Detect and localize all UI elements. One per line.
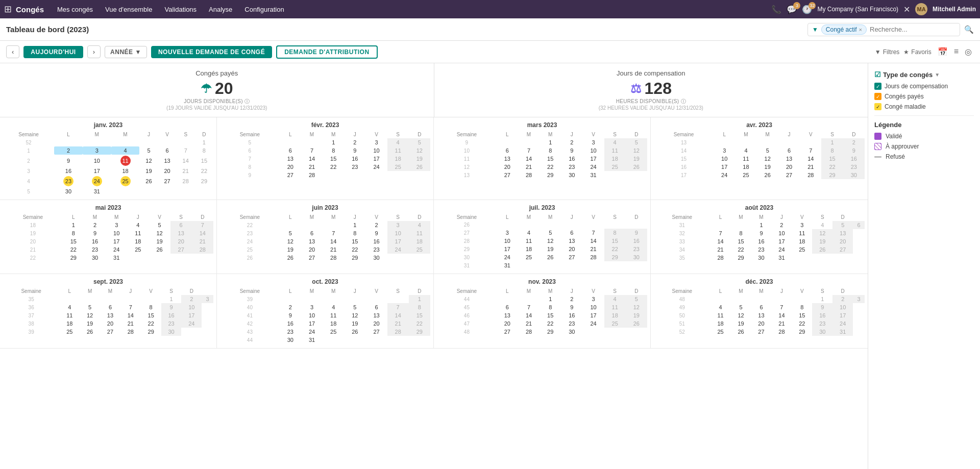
calendar-day[interactable]: 2 [181,295,202,303]
calendar-day[interactable]: 19 [80,319,100,328]
calendar-day[interactable]: 13 [778,155,800,163]
calendar-day[interactable]: 9 [812,303,832,311]
type-sick-leave[interactable]: ✓ Congé maladie [874,103,974,110]
calendar-day[interactable]: 22 [540,163,561,171]
calendar-day[interactable]: 10 [365,146,387,155]
calendar-day[interactable]: 22 [792,319,812,328]
calendar-day[interactable]: 6 [778,146,800,155]
calendar-day[interactable]: 17 [181,311,202,319]
calendar-day[interactable]: 24 [497,253,518,261]
calendar-day[interactable]: 5 [731,303,751,311]
calendar-day[interactable]: 30 [843,171,865,179]
calendar-day[interactable]: 22 [323,163,344,171]
calendar-day[interactable]: 19 [812,237,832,245]
calendar-day[interactable]: 23 [561,319,582,328]
calendar-day[interactable]: 14 [771,311,792,319]
calendar-day[interactable]: 18 [604,311,626,319]
calendar-day[interactable]: 13 [497,155,518,163]
calendar-day[interactable]: 24 [771,245,792,254]
nav-mes-conges[interactable]: Mes congés [52,4,98,15]
calendar-day[interactable]: 26 [344,328,365,336]
calendar-day[interactable]: 10 [106,229,127,237]
calendar-day[interactable]: 9 [161,303,182,311]
calendar-day[interactable]: 30 [84,254,106,262]
calendar-day[interactable]: 31 [83,187,111,195]
calendar-day[interactable]: 2 [84,221,106,229]
calendar-day[interactable]: 28 [177,175,195,187]
calendar-day[interactable]: 25 [111,175,140,187]
calendar-day[interactable]: 12 [139,155,158,167]
calendar-day[interactable]: 5 [832,221,853,229]
calendar-day[interactable]: 11 [604,303,626,311]
calendar-day[interactable]: 15 [540,155,561,163]
next-button[interactable]: › [87,45,101,58]
calendar-day[interactable]: 5 [540,229,561,237]
calendar-day[interactable]: 2 [561,138,582,146]
calendar-day[interactable]: 3 [853,295,865,303]
calendar-day[interactable]: 4 [387,138,409,146]
calendar-day[interactable]: 4 [604,138,626,146]
calendar-day[interactable]: 6 [170,221,192,229]
calendar-day[interactable]: 20 [100,319,120,328]
calendar-day[interactable]: 18 [792,237,812,245]
calendar-day[interactable]: 9 [843,146,865,155]
app-name[interactable]: Congés [16,5,44,14]
calendar-day[interactable]: 10 [714,155,735,163]
calendar-day[interactable]: 1 [161,295,182,303]
calendar-day[interactable]: 13 [365,311,387,319]
calendar-day[interactable]: 3 [582,295,604,303]
calendar-day[interactable]: 30 [161,328,182,336]
calendar-day[interactable]: 22 [604,245,626,253]
calendar-day[interactable]: 22 [821,163,843,171]
calendar-day[interactable]: 14 [120,311,141,319]
nav-analyse[interactable]: Analyse [204,4,237,15]
calendar-day[interactable]: 24 [106,245,127,254]
calendar-day[interactable]: 18 [59,319,80,328]
calendar-day[interactable]: 27 [170,245,192,254]
calendar-day[interactable]: 26 [280,254,301,262]
calendar-day[interactable]: 25 [387,163,409,171]
calendar-day[interactable]: 27 [497,328,518,336]
calendar-day[interactable]: 4 [518,229,540,237]
calendar-day[interactable]: 21 [518,319,540,328]
calendar-day[interactable]: 14 [518,155,540,163]
calendar-day[interactable]: 27 [100,328,120,336]
calendar-day[interactable]: 7 [518,303,540,311]
calendar-day[interactable]: 13 [100,311,120,319]
calendar-day[interactable]: 17 [365,155,387,163]
calendar-day[interactable]: 22 [540,319,561,328]
calendar-day[interactable]: 22 [63,245,84,254]
calendar-day[interactable]: 11 [518,237,540,245]
calendar-day[interactable]: 20 [280,163,301,171]
calendar-day[interactable]: 1 [409,295,430,303]
calendar-day[interactable]: 31 [106,254,127,262]
calendar-day[interactable]: 12 [409,146,430,155]
calendar-day[interactable]: 31 [832,328,853,336]
nav-validations[interactable]: Validations [159,4,202,15]
calendar-day[interactable]: 24 [301,328,323,336]
calendar-day[interactable]: 22 [344,245,365,254]
calendar-day[interactable]: 19 [280,245,301,254]
calendar-day[interactable]: 12 [344,311,365,319]
calendar-day[interactable]: 6 [301,229,323,237]
calendar-day[interactable]: 6 [158,146,177,155]
calendar-day[interactable]: 9 [751,229,772,237]
calendar-day[interactable]: 26 [540,253,561,261]
calendar-day[interactable]: 13 [751,311,772,319]
calendar-day[interactable]: 29 [195,175,213,187]
calendar-day[interactable]: 2 [843,138,865,146]
calendar-day[interactable]: 27 [158,175,177,187]
type-compensation[interactable]: ✓ Jours de compensation [874,83,974,90]
calendar-day[interactable]: 27 [832,245,853,254]
calendar-day[interactable]: 6 [561,229,582,237]
calendar-day[interactable]: 8 [323,146,344,155]
calendar-day[interactable]: 27 [280,171,301,179]
calendar-day[interactable]: 21 [177,167,195,175]
calendar-day[interactable]: 7 [582,229,604,237]
calendar-day[interactable]: 31 [301,336,323,344]
calendar-day[interactable]: 23 [54,175,83,187]
nav-configuration[interactable]: Configuration [239,4,289,15]
calendar-day[interactable]: 25 [604,319,626,328]
calendar-day[interactable]: 17 [106,237,127,245]
calendar-day[interactable]: 16 [561,311,582,319]
